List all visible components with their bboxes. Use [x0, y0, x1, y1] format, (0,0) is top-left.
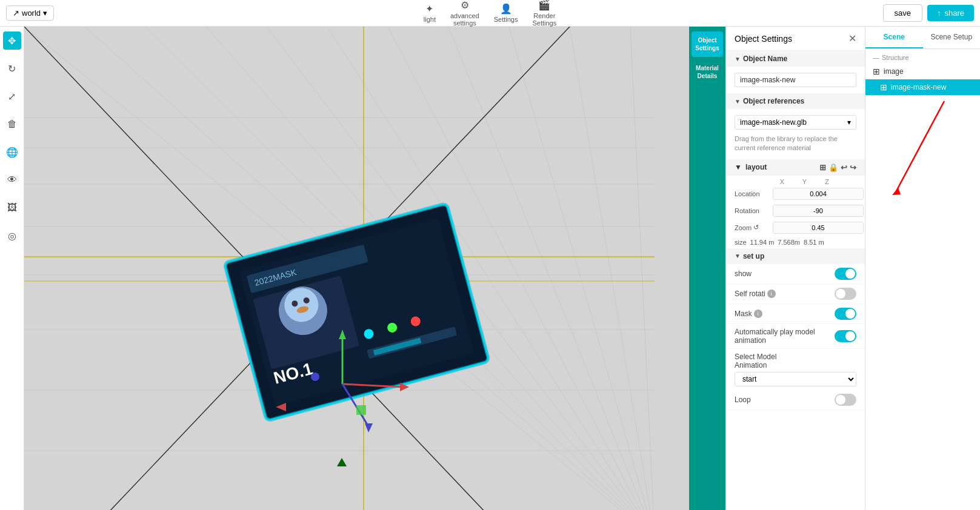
scene-tab-scene-setup[interactable]: Scene Setup — [923, 27, 981, 48]
svg-point-49 — [311, 373, 319, 381]
tool-delete[interactable]: 🗑 — [3, 115, 21, 133]
reference-file-label: image-mask-new.glb — [740, 118, 807, 127]
auto-play-label: Automatically play model animation — [735, 328, 835, 345]
advanced-settings-icon: ⚙ — [461, 0, 469, 11]
toolbar: ↗ world ▾ ✦ light ⚙ advanced settings 👤 … — [0, 0, 980, 27]
panel-title: Object Settings — [735, 34, 792, 44]
location-x-input[interactable] — [773, 188, 864, 200]
scene-tab-scene[interactable]: Scene — [865, 27, 923, 48]
structure-label: — Structure — [865, 49, 980, 64]
left-sidebar: ✥ ↻ ⤢ 🗑 🌐 👁 🖼 ◎ — [0, 27, 24, 510]
light-icon: ✦ — [425, 3, 433, 15]
layout-icon-redo[interactable]: ↪ — [850, 163, 856, 172]
tool-view[interactable]: ◎ — [3, 227, 21, 245]
image-mask-item-label: image-mask-new — [891, 83, 946, 91]
zoom-label: Zoom — [735, 224, 752, 231]
image-item-icon: ⊞ — [873, 67, 880, 76]
rotation-row: Rotation — [726, 202, 865, 219]
layout-grid-header: X Y Z — [726, 176, 865, 185]
light-label: light — [424, 16, 436, 23]
size-label: size — [735, 239, 747, 246]
tab-scene-setup-label: Scene Setup — [930, 33, 972, 41]
loop-toggle[interactable] — [835, 394, 856, 406]
settings-label: Settings — [494, 16, 518, 23]
scene-tree-item-image[interactable]: ⊞ image — [865, 64, 980, 79]
world-chevron: ▾ — [43, 8, 47, 18]
drag-hint: Drag from the library to replace the cur… — [735, 134, 856, 153]
arrow-area — [865, 95, 980, 216]
tool-scale[interactable]: ⤢ — [3, 87, 21, 105]
world-label: world — [22, 8, 41, 18]
layout-label: layout — [745, 163, 767, 171]
world-selector[interactable]: ↗ world ▾ — [6, 5, 54, 21]
rotation-label: Rotation — [735, 207, 771, 214]
self-rotation-info-icon[interactable]: i — [767, 290, 776, 298]
scene-panel: Scene Scene Setup — Structure ⊞ image ⊞ … — [865, 27, 980, 510]
size-y: 7.568m — [778, 239, 800, 246]
share-icon: ↑ — [937, 8, 941, 18]
svg-rect-50 — [356, 405, 366, 415]
auto-play-toggle[interactable] — [835, 330, 856, 342]
layout-icons: ⊞ 🔒 ↩ ↪ — [819, 163, 856, 172]
zoom-reset-icon[interactable]: ↺ — [753, 224, 759, 231]
loop-row: Loop — [726, 390, 865, 410]
panel-close-button[interactable]: ✕ — [848, 33, 856, 44]
object-settings-tab[interactable]: Object Settings — [692, 31, 723, 57]
object-references-content: image-mask-new.glb ▾ Drag from the libra… — [726, 109, 865, 159]
material-details-tab[interactable]: Material Details — [692, 59, 723, 85]
tool-move[interactable]: ✥ — [3, 31, 21, 50]
viewport: 2022MASK NO.1 — [24, 27, 689, 510]
zoom-x-input[interactable] — [773, 222, 864, 234]
tool-image[interactable]: 🖼 — [3, 199, 21, 217]
settings-icon: 👤 — [500, 3, 512, 15]
select-model-dropdown[interactable]: start — [735, 372, 856, 386]
show-row: show — [726, 264, 865, 284]
zoom-row: Zoom ↺ 🔒 — [726, 219, 865, 236]
image-mask-item-icon: ⊞ — [880, 82, 887, 92]
layout-section-header: ▼ layout ⊞ 🔒 ↩ ↪ — [726, 159, 865, 176]
ref-dropdown-chevron: ▾ — [847, 118, 851, 127]
show-label: show — [735, 270, 752, 278]
tool-eye[interactable]: 👁 — [3, 171, 21, 189]
setup-arrow: ▼ — [735, 253, 741, 259]
select-model-row: Select Model Animation start — [726, 349, 865, 390]
layout-icon-copy[interactable]: ⊞ — [819, 163, 826, 172]
mask-info-icon[interactable]: i — [754, 310, 762, 318]
location-label: Location — [735, 190, 771, 197]
show-toggle[interactable] — [835, 268, 856, 280]
toolbar-render-settings[interactable]: 🎬 Render Settings — [532, 0, 556, 27]
object-name-section-header: ▼ Object Name — [726, 51, 865, 67]
toolbar-settings[interactable]: 👤 Settings — [494, 3, 518, 23]
toolbar-light[interactable]: ✦ light — [424, 3, 436, 23]
toolbar-right: save ↑ share — [883, 4, 975, 22]
mask-toggle[interactable] — [835, 308, 856, 320]
share-label: share — [944, 8, 964, 18]
loop-label: Loop — [735, 396, 751, 404]
tool-world[interactable]: 🌐 — [3, 143, 21, 161]
panel-header: Object Settings ✕ — [726, 27, 865, 51]
layout-icon-lock[interactable]: 🔒 — [828, 163, 838, 172]
rotation-x-input[interactable] — [773, 205, 864, 217]
self-rotation-toggle[interactable] — [835, 288, 856, 300]
self-rotation-row: Self rotati i — [726, 284, 865, 304]
scene-arrow-overlay — [865, 95, 975, 216]
tool-rotate[interactable]: ↻ — [3, 59, 21, 78]
location-row: Location rice — [726, 185, 865, 202]
scene-tree-item-image-mask[interactable]: ⊞ image-mask-new — [865, 79, 980, 95]
layout-y-header: Y — [793, 178, 816, 185]
structure-icon: — — [873, 54, 879, 61]
object-name-section-label: Object Name — [743, 55, 787, 63]
share-button[interactable]: ↑ share — [927, 5, 974, 21]
layout-x-header: X — [771, 178, 793, 185]
object-name-arrow: ▼ — [735, 56, 741, 62]
layout-icon-undo[interactable]: ↩ — [841, 163, 847, 172]
viewport-grid: 2022MASK NO.1 — [24, 27, 689, 510]
save-button[interactable]: save — [883, 4, 922, 22]
object-name-content — [726, 67, 865, 93]
toolbar-advanced-settings[interactable]: ⚙ advanced settings — [450, 0, 479, 27]
layout-arrow: ▼ — [735, 163, 742, 171]
reference-file-dropdown[interactable]: image-mask-new.glb ▾ — [735, 115, 856, 130]
scene-tabs: Scene Scene Setup — [865, 27, 980, 49]
object-name-input[interactable] — [735, 73, 856, 87]
image-item-label: image — [884, 67, 904, 76]
